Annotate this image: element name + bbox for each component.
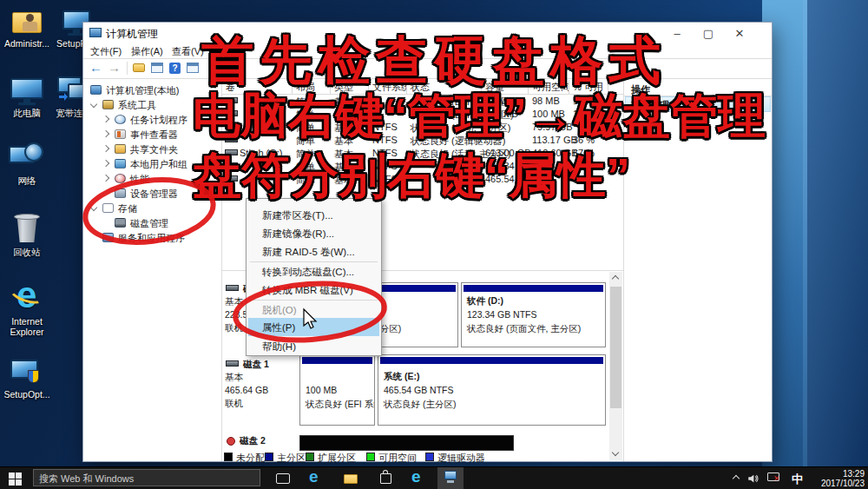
- taskbar-search-box[interactable]: 搜索 Web 和 Windows: [33, 469, 260, 486]
- desktop-icon-network[interactable]: 网络: [2, 139, 52, 200]
- internet-explorer-icon[interactable]: e: [411, 467, 421, 486]
- globe-icon: [24, 142, 43, 162]
- console-window-button-2[interactable]: [187, 63, 199, 73]
- desktop-icon-internet-explorer[interactable]: e Internet Explorer: [2, 278, 52, 351]
- start-flag-icon: [16, 479, 22, 486]
- desktop-icon-label: Administr...: [2, 38, 52, 49]
- cell-free: 412.60 GB: [532, 148, 578, 158]
- menu-item-new-raid5-volume[interactable]: 新建 RAID-5 卷(W)...: [262, 246, 355, 259]
- cell-status: 状态良好 (启动, 主分区): [411, 122, 511, 135]
- volume-icon: [225, 97, 238, 103]
- menu-view[interactable]: 查看(V): [172, 45, 204, 58]
- tree-item-performance[interactable]: 性能: [130, 173, 149, 186]
- back-button[interactable]: ←: [89, 60, 102, 75]
- tree-item-local-users-groups[interactable]: 本地用户和组: [130, 158, 187, 171]
- menu-action[interactable]: 操作(A): [131, 45, 163, 58]
- partition-efi[interactable]: 100 MB 状态良好 (EFI 系统分区): [299, 354, 375, 426]
- desktop-icon-label: SetupOpt...: [2, 389, 52, 400]
- column-header-free[interactable]: 可用空间: [529, 80, 569, 94]
- menu-item-convert-mbr[interactable]: 转换成 MBR 磁盘(V): [262, 284, 353, 297]
- partition-size: 100 MB: [306, 385, 337, 395]
- cell-type: 基本: [334, 135, 353, 148]
- cell-filesystem: NTFS: [372, 161, 398, 171]
- volume-row[interactable]: 简单 基本 NTFS 123.34 GB: [222, 160, 608, 173]
- help-button[interactable]: ?: [169, 63, 181, 74]
- cell-type: 基本: [334, 174, 353, 187]
- storage-icon: [102, 203, 114, 213]
- column-header-layout[interactable]: 布局: [293, 80, 331, 94]
- menu-item-properties[interactable]: 属性(P): [262, 321, 295, 334]
- tree-item-shared-folders[interactable]: 共享文件夹: [130, 143, 178, 156]
- column-header-type[interactable]: 类型: [331, 80, 369, 94]
- tree-item-disk-management[interactable]: 磁盘管理: [130, 217, 168, 230]
- computer-icon: [90, 85, 102, 95]
- network-icon[interactable]: ✕: [767, 472, 779, 481]
- column-header-volume[interactable]: 卷: [222, 80, 293, 94]
- menu-item-offline[interactable]: 脱机(O): [262, 304, 297, 317]
- volume-row[interactable]: 简单 基本 NTFS 465.54 GB: [222, 173, 608, 186]
- menu-item-new-mirrored-volume[interactable]: 新建镜像卷(R)...: [262, 228, 334, 241]
- cell-percent: 67 %: [573, 148, 595, 158]
- cell-capacity: 465.54 GB: [485, 174, 531, 184]
- menu-item-convert-dynamic[interactable]: 转换到动态磁盘(C)...: [262, 266, 354, 279]
- menu-item-new-striped-volume[interactable]: 新建带区卷(T)...: [262, 209, 333, 222]
- tree-item-storage[interactable]: 存储: [118, 202, 137, 215]
- console-window-button[interactable]: [151, 63, 163, 73]
- volume-row[interactable]: 简单 基本 NTFS 状态良好 (逻辑驱动器) 113.17 GB 36 %: [222, 134, 608, 147]
- ime-indicator[interactable]: 中: [792, 472, 803, 487]
- close-button[interactable]: ✕: [725, 26, 754, 42]
- cell-percent: 100 %: [573, 109, 600, 119]
- tree-item-device-manager[interactable]: 设备管理器: [130, 188, 178, 201]
- tree-item-system-tools[interactable]: 系统工具: [118, 99, 156, 112]
- clock-date: 2017/10/23: [809, 479, 865, 488]
- legend-label: 逻辑驱动器: [437, 452, 485, 465]
- maximize-button[interactable]: ▢: [694, 26, 723, 42]
- start-button[interactable]: [9, 472, 23, 486]
- legend-swatch-extended: [306, 453, 314, 461]
- volume-row[interactable]: Stitch (G:) 简单 基本 NTFS 状态良好 (活动, 主分区) 61…: [222, 147, 608, 160]
- column-header-percent-free[interactable]: % 可用: [569, 80, 608, 94]
- column-header-status[interactable]: 状态: [407, 80, 482, 94]
- desktop-icon-setupopt[interactable]: SetupOpt...: [2, 354, 52, 415]
- disk-0-icon: [226, 285, 239, 291]
- divider: [83, 78, 772, 79]
- tree-item-root[interactable]: 计算机管理(本地): [106, 84, 179, 97]
- column-header-capacity[interactable]: 容量: [482, 80, 529, 94]
- desktop-icon-recycle-bin[interactable]: 回收站: [2, 210, 52, 273]
- column-header-filesystem[interactable]: 文件系统: [369, 80, 407, 94]
- cell-free: 113.17 GB: [532, 135, 577, 145]
- cell-layout: 简单: [296, 148, 315, 161]
- minimize-button[interactable]: –: [662, 26, 692, 42]
- partition-title: 系统 (E:): [384, 371, 419, 383]
- taskbar-app-computer-management[interactable]: [437, 467, 464, 489]
- scrollbar-thumb[interactable]: [610, 287, 621, 408]
- tree-item-task-scheduler[interactable]: 任务计划程序: [130, 114, 187, 127]
- desktop-icon-administrator[interactable]: Administr...: [2, 5, 52, 66]
- task-view-icon[interactable]: [276, 473, 290, 484]
- menu-item-help[interactable]: 帮助(H): [262, 340, 296, 354]
- volume-row[interactable]: 简单 基本 状态良好 (EFI 系统分区) 98 MB 98 MB 100 %: [222, 95, 608, 108]
- file-explorer-icon[interactable]: [344, 474, 358, 484]
- tree-item-services-applications[interactable]: 服务和应用程序: [118, 232, 185, 245]
- desktop-icon-this-pc[interactable]: 此电脑: [2, 73, 52, 134]
- network-error-badge: ✕: [773, 474, 780, 483]
- menu-file[interactable]: 文件(F): [90, 45, 122, 58]
- system-tools-icon: [102, 100, 114, 109]
- volume-row[interactable]: 简单 基本 状态良好 (EFI 系统分区) 100 MB 100 MB 100 …: [222, 108, 608, 121]
- volume-icon[interactable]: [746, 472, 760, 485]
- forward-button[interactable]: →: [108, 60, 121, 75]
- partition-d[interactable]: 软件 (D:) 123.34 GB NTFS 状态良好 (页面文件, 主分区): [461, 282, 606, 347]
- tree-item-event-viewer[interactable]: 事件查看器: [130, 129, 178, 142]
- tray-clock[interactable]: 13:29 2017/10/23: [809, 469, 865, 488]
- disk-2-unallocated-bar[interactable]: [299, 435, 514, 451]
- cell-layout: 简单: [296, 135, 315, 148]
- edge-icon[interactable]: e: [309, 467, 319, 486]
- store-icon[interactable]: [380, 473, 391, 484]
- volume-icon: [225, 123, 238, 129]
- services-icon: [102, 233, 114, 242]
- pane-divider[interactable]: [623, 79, 624, 461]
- volume-row[interactable]: 简单 基本 NTFS 状态良好 (启动, 主分区) 79.97 GB: [222, 121, 608, 134]
- actions-disk-management-bar[interactable]: 磁盘管理: [625, 96, 771, 112]
- partition-e[interactable]: 系统 (E:) 465.54 GB NTFS 状态良好 (主分区): [378, 354, 606, 426]
- up-folder-button[interactable]: [133, 63, 145, 72]
